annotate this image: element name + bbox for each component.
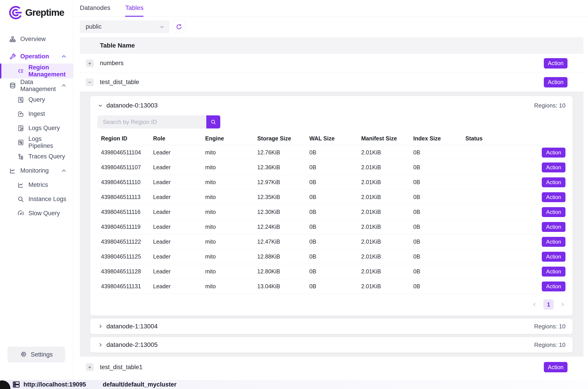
region-table-header: Region ID Role Engine Storage Size WAL S… (98, 132, 565, 145)
document-search-icon (17, 96, 24, 103)
settings-icon (20, 351, 27, 358)
table-row-test-dist-table1: + test_dist_table1 Action (80, 357, 584, 378)
region-id-cell: 4398046511110 (101, 179, 153, 186)
storage-size-cell: 12.30KiB (257, 209, 309, 215)
sidebar-item-region-management[interactable]: Region Management (0, 64, 73, 78)
pagination-prev-icon[interactable] (532, 302, 537, 307)
sidebar-item-slow-query[interactable]: Slow Query (0, 206, 73, 220)
region-table: Region ID Role Engine Storage Size WAL S… (98, 132, 565, 310)
ingest-icon (17, 110, 24, 118)
region-row: 4398046511110 Leader mito 12.97KiB 0B 2.… (98, 175, 565, 190)
storage-size-cell: 12.24KiB (257, 224, 309, 230)
cluster-name[interactable]: default/default_mycluster (103, 381, 177, 388)
sidebar-item-label: Logs Pipelines (29, 135, 67, 149)
sidebar-nav: Overview Operation (0, 22, 73, 220)
tables-table: Table Name + numbers Action − test_dist_… (80, 37, 584, 378)
sidebar-item-label: Slow Query (29, 210, 60, 217)
region-action-button[interactable]: Action (542, 282, 565, 292)
sidebar-item-instance-logs[interactable]: Instance Logs (0, 192, 73, 206)
region-action-button[interactable]: Action (542, 222, 565, 232)
region-action-button[interactable]: Action (542, 267, 565, 277)
search-icon (210, 119, 216, 125)
tab-tables[interactable]: Tables (125, 0, 143, 17)
table-name-cell: test_dist_table1 (100, 364, 142, 371)
chart-line-icon (9, 167, 16, 174)
region-action-button[interactable]: Action (542, 177, 565, 187)
sidebar-item-logs-query[interactable]: Logs Query (0, 121, 73, 135)
role-cell: Leader (153, 268, 205, 275)
region-id-cell: 4398046511131 (101, 283, 153, 290)
sidebar-item-label: Instance Logs (29, 196, 66, 203)
sidebar-item-operation[interactable]: Operation (0, 49, 73, 64)
sidebar-item-logs-pipelines[interactable]: Logs Pipelines (0, 135, 73, 149)
sidebar-item-label: Overview (20, 36, 46, 43)
region-action-button[interactable]: Action (542, 252, 565, 262)
region-action-button[interactable]: Action (542, 237, 565, 247)
sidebar-item-query[interactable]: Query (0, 93, 73, 107)
region-row: 4398046511104 Leader mito 12.76KiB 0B 2.… (98, 145, 565, 160)
storage-size-cell: 12.36KiB (257, 164, 309, 171)
engine-cell: mito (205, 149, 257, 156)
sidebar-item-label: Monitoring (20, 167, 49, 174)
sidebar-item-data-management[interactable]: Data Management (0, 78, 73, 93)
sidebar-item-overview[interactable]: Overview (0, 32, 73, 46)
region-action-button[interactable]: Action (542, 162, 565, 172)
region-search-button[interactable] (206, 115, 220, 129)
endpoint-url[interactable]: http://localhost:19095 (24, 381, 86, 388)
region-row: 4398046511125 Leader mito 12.88KiB 0B 2.… (98, 249, 565, 264)
sidebar-item-label: Query (29, 96, 45, 103)
region-action-button[interactable]: Action (542, 207, 565, 217)
datanode-2-card[interactable]: datanode-2:13005 Regions: 10 (90, 337, 573, 353)
role-cell: Leader (153, 253, 205, 260)
region-action-button[interactable]: Action (542, 192, 565, 202)
collapse-minus-button[interactable]: − (86, 78, 94, 86)
region-row: 4398046511107 Leader mito 12.36KiB 0B 2.… (98, 160, 565, 175)
sidebar-item-traces-query[interactable]: Traces Query (0, 149, 73, 164)
schema-select[interactable]: public (80, 20, 169, 33)
corner-dot (0, 380, 10, 389)
datanode-name: datanode-0:13003 (106, 102, 158, 109)
col-status: Status (465, 135, 536, 142)
datanode-1-card[interactable]: datanode-1:13004 Regions: 10 (90, 319, 573, 334)
table-action-button[interactable]: Action (544, 58, 567, 68)
chevron-up-icon[interactable] (61, 83, 67, 89)
role-cell: Leader (153, 179, 205, 186)
pagination-page-1[interactable]: 1 (543, 299, 554, 310)
greptime-logo-icon (9, 5, 23, 20)
datanode-0-header[interactable]: datanode-0:13003 Regions: 10 (98, 100, 565, 110)
role-cell: Leader (153, 164, 205, 171)
chevron-up-icon[interactable] (61, 54, 67, 60)
region-id-cell: 4398046511113 (101, 194, 153, 200)
greptime-logo: Greptime (0, 0, 73, 22)
settings-button[interactable]: Settings (7, 347, 65, 362)
table-action-button[interactable]: Action (544, 77, 567, 87)
pagination-next-icon[interactable] (559, 302, 565, 307)
app-window: Greptime Overview (0, 0, 588, 389)
region-id-cell: 4398046511104 (101, 149, 153, 156)
tab-datanodes[interactable]: Datanodes (80, 0, 110, 17)
region-action-button[interactable]: Action (542, 148, 565, 158)
index-size-cell: 0B (413, 164, 465, 171)
table-name-cell: numbers (100, 60, 124, 67)
sidebar-item-label: Traces Query (29, 153, 65, 160)
table-row-numbers: + numbers Action (80, 54, 584, 73)
sidebar-item-monitoring[interactable]: Monitoring (0, 164, 73, 178)
table-action-button[interactable]: Action (544, 362, 567, 372)
region-search-input[interactable] (98, 115, 206, 129)
chevron-up-icon[interactable] (61, 168, 67, 174)
sidebar-item-label: Region Management (29, 64, 67, 78)
sidebar-item-ingest[interactable]: Ingest (0, 107, 73, 121)
gauge-icon (17, 210, 24, 217)
sidebar-item-label: Logs Query (29, 125, 60, 132)
expand-plus-button[interactable]: + (86, 60, 94, 67)
expand-plus-button[interactable]: + (86, 363, 94, 371)
refresh-button[interactable] (173, 20, 185, 33)
index-size-cell: 0B (413, 179, 465, 186)
region-id-cell: 4398046511116 (101, 209, 153, 215)
engine-cell: mito (205, 179, 257, 186)
wal-size-cell: 0B (309, 283, 361, 290)
sidebar-item-metrics[interactable]: Metrics (0, 178, 73, 192)
status-bar: http://localhost:19095 default/default_m… (0, 380, 588, 389)
engine-cell: mito (205, 268, 257, 275)
tab-bar: Datanodes Tables (73, 0, 588, 17)
